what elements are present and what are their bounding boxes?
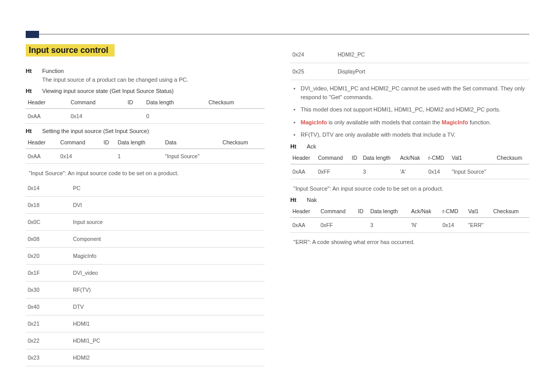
right-column: 0x24HDMI2_PC0x25DisplayPort DVI_video, H… (290, 44, 529, 366)
name-cell: DTV (71, 298, 265, 315)
table-row: 0x23HDMI2 (26, 349, 265, 366)
cell (350, 164, 361, 179)
left-column: Input source control Ht Function The inp… (26, 44, 265, 366)
note-item: DVI_video, HDMI1_PC and HDMI2_PC cannot … (293, 84, 529, 101)
code-cell: 0x20 (26, 247, 71, 264)
th: Val1 (450, 152, 495, 164)
name-cell: HDMI1_PC (71, 332, 265, 349)
nak-row: Ht Nak (290, 197, 529, 203)
set-source-row: Ht Setting the input source (Set Input S… (26, 128, 265, 134)
th: ID (350, 152, 361, 164)
th: Checksum (495, 152, 529, 164)
code-cell: 0x0C (26, 213, 71, 230)
cell (102, 149, 116, 164)
code-cell: 0x08 (26, 230, 71, 247)
cell: 0xFF (319, 218, 356, 233)
note-item: MagicInfo is only available with models … (293, 118, 529, 127)
th: Val1 (466, 205, 491, 218)
name-cell: DisplayPort (336, 63, 529, 80)
cell: 0xAA (290, 218, 319, 233)
ack-table: Header Command ID Data length Ack/Nak r-… (290, 152, 529, 179)
bullet-icon: Ht (26, 128, 37, 134)
th: ID (356, 205, 368, 218)
code-cell: 0x23 (26, 349, 71, 366)
function-label: Function (42, 68, 64, 74)
table-row: 0x22HDMI1_PC (26, 332, 265, 349)
bullet-icon: Ht (26, 68, 37, 74)
table-row: 0x30RF(TV) (26, 281, 265, 298)
note-text: This model does not support HDMI1, HDMI1… (301, 106, 501, 113)
cell: 1 (116, 149, 163, 164)
name-cell: Component (71, 230, 265, 247)
th: Ack/Nak (398, 152, 426, 164)
ack-label: Ack (307, 143, 316, 150)
name-cell: RF(TV) (71, 281, 265, 298)
table-row: 0x40DTV (26, 298, 265, 315)
cell: 3 (368, 218, 409, 233)
th-datalen: Data length (116, 136, 163, 149)
cell (495, 164, 529, 179)
th: Data length (361, 152, 398, 164)
cell (125, 109, 144, 124)
name-cell: DVI_video (71, 264, 265, 281)
table-row: 0xAA 0xFF 3 'N' 0x14 "ERR" (290, 218, 529, 233)
cell: 0x14 (440, 218, 466, 233)
note-item: This model does not support HDMI1, HDMI1… (293, 105, 529, 114)
table-row: 0xAA 0x14 1 "Input Source" (26, 149, 265, 164)
th-header: Header (26, 96, 68, 109)
name-cell: MagicInfo (71, 247, 265, 264)
code-cell: 0x25 (290, 63, 336, 80)
th-id: ID (125, 96, 144, 109)
cell: 0x14 (68, 109, 125, 124)
cell: "Input Source" (163, 149, 220, 164)
name-cell: PC (71, 180, 265, 197)
bullet-icon: Ht (290, 197, 302, 203)
set-source-table: Header Command ID Data length Data Check… (26, 136, 265, 164)
table-row: 0x08Component (26, 230, 265, 247)
nak-table: Header Command ID Data length Ack/Nak r-… (290, 205, 529, 233)
note-text: function. (470, 119, 491, 125)
table-row: 0xAA 0x14 0 (26, 109, 265, 124)
bullet-icon: Ht (26, 88, 37, 94)
two-column-layout: Input source control Ht Function The inp… (26, 44, 529, 366)
source-codes-table: 0x14PC0x18DVI0x0CInput source0x08Compone… (26, 180, 265, 366)
code-cell: 0x1F (26, 264, 71, 281)
cell: 0 (144, 109, 207, 124)
th-checksum: Checksum (207, 96, 265, 109)
th-header: Header (26, 136, 58, 149)
function-description: The input source of a product can be cha… (42, 76, 265, 84)
cell: 'N' (409, 218, 440, 233)
table-row: 0x0CInput source (26, 213, 265, 230)
code-cell: 0x22 (26, 332, 71, 349)
th-id: ID (102, 136, 116, 149)
table-row: 0x25DisplayPort (290, 63, 529, 80)
cell: 'A' (398, 164, 426, 179)
note-text: RF(TV), DTV are only available with mode… (301, 132, 455, 138)
cell (491, 218, 529, 233)
cell: 0xAA (290, 164, 316, 179)
th-datalen: Data length (144, 96, 207, 109)
code-cell: 0x30 (26, 281, 71, 298)
cell: 0x14 (58, 149, 101, 164)
code-cell: 0x40 (26, 298, 71, 315)
table-row: 0x20MagicInfo (26, 247, 265, 264)
cell: 3 (361, 164, 398, 179)
th: Ack/Nak (409, 205, 440, 218)
bullet-icon: Ht (290, 143, 302, 150)
cell: "ERR" (466, 218, 491, 233)
th: Header (290, 205, 319, 218)
cell (356, 218, 368, 233)
nak-label: Nak (307, 197, 317, 203)
set-source-label: Setting the input source (Set Input Sour… (42, 128, 149, 134)
top-rule (26, 31, 529, 32)
name-cell: HDMI1 (71, 315, 265, 332)
cell: 0xAA (26, 109, 68, 124)
th-command: Command (68, 96, 125, 109)
note-text: DVI_video, HDMI1_PC and HDMI2_PC cannot … (301, 85, 525, 100)
name-cell: HDMI2 (71, 349, 265, 366)
table-row: 0xAA 0xFF 3 'A' 0x14 "Input Source" (290, 164, 529, 179)
note-item: RF(TV), DTV are only available with mode… (293, 130, 529, 139)
table-row: 0x21HDMI1 (26, 315, 265, 332)
th: Checksum (491, 205, 529, 218)
function-row: Ht Function (26, 68, 265, 74)
